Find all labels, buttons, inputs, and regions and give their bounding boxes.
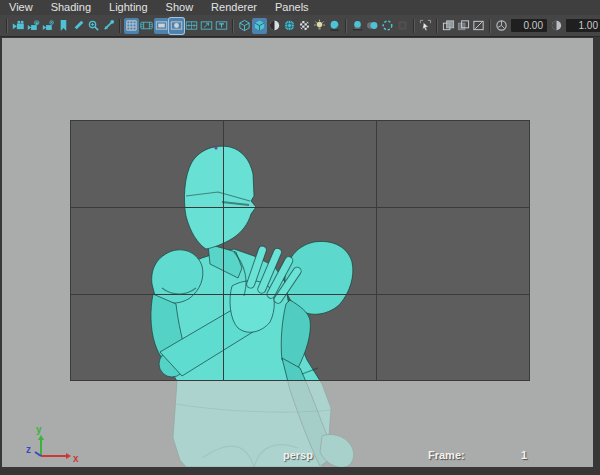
- panzoom-icon: [87, 19, 100, 32]
- toolbar-separator: [413, 19, 415, 33]
- select-camera-button[interactable]: [11, 18, 26, 34]
- ssao-icon: [351, 19, 364, 32]
- menu-shading[interactable]: Shading: [42, 0, 100, 15]
- lock-camera-button[interactable]: [26, 18, 41, 34]
- axis-y-label: y: [36, 424, 42, 435]
- depth-of-field-button: [395, 18, 410, 34]
- gate-mask-top: [2, 38, 593, 120]
- gamma-field[interactable]: 1.00: [566, 19, 600, 32]
- menu-view[interactable]: View: [0, 0, 42, 15]
- use-all-lights-button[interactable]: [312, 18, 327, 34]
- imageplane-icon: [472, 19, 485, 32]
- toolbar-separator: [6, 19, 8, 33]
- menu-lighting[interactable]: Lighting: [100, 0, 157, 15]
- shaded-wireframe-button[interactable]: [282, 18, 297, 34]
- toolbar-separator: [119, 19, 121, 33]
- gate-mask-right: [530, 120, 593, 381]
- halfsphere-icon: [268, 19, 281, 32]
- pencil-icon: [72, 19, 85, 32]
- film-gate-button[interactable]: [139, 18, 154, 34]
- axis-z-label: z: [26, 444, 31, 455]
- motionblur-icon: [366, 19, 379, 32]
- pan-zoom-2d-button[interactable]: [86, 18, 101, 34]
- resolution-gate-border: [70, 120, 530, 381]
- shadowsphere-icon: [328, 19, 341, 32]
- checkersphere-icon: [298, 19, 311, 32]
- xray-icon: [442, 19, 455, 32]
- gamma-button[interactable]: [549, 18, 564, 34]
- safetitle-icon: [215, 19, 228, 32]
- resgate-icon: [155, 19, 168, 32]
- isolate-icon: [419, 19, 432, 32]
- gate-mask-button[interactable]: [169, 18, 184, 34]
- menu-panels[interactable]: Panels: [266, 0, 318, 15]
- toolbar-separator: [436, 19, 438, 33]
- shadedcube-icon: [253, 19, 266, 32]
- exposureicon-icon: [495, 19, 508, 32]
- use-default-material-button[interactable]: [267, 18, 282, 34]
- safe-action-button[interactable]: [199, 18, 214, 34]
- msaa-icon: [381, 19, 394, 32]
- resolution-gate-button[interactable]: [154, 18, 169, 34]
- panel-menubar: View Shading Lighting Show Renderer Pane…: [0, 0, 600, 15]
- camera-tools-button[interactable]: [101, 18, 116, 34]
- toolbar-separator: [489, 19, 491, 33]
- anti-aliasing-button[interactable]: [380, 18, 395, 34]
- wiresphere-icon: [283, 19, 296, 32]
- isolate-select-button[interactable]: [418, 18, 433, 34]
- panel-toolbar: 0.001.00: [0, 15, 600, 37]
- gate-mask-left: [2, 120, 70, 381]
- display-grid-button[interactable]: [124, 18, 139, 34]
- field-chart-button[interactable]: [184, 18, 199, 34]
- safe-title-button[interactable]: [214, 18, 229, 34]
- gammaicon-icon: [550, 19, 563, 32]
- thirds-grid-vline: [376, 120, 377, 381]
- camera-attributes-button[interactable]: [41, 18, 56, 34]
- wireframe-display-button[interactable]: [237, 18, 252, 34]
- gatemask-icon: [170, 19, 183, 32]
- xray-joints-button[interactable]: [456, 18, 471, 34]
- cam-icon: [12, 19, 25, 32]
- shaded-display-button[interactable]: [252, 18, 267, 34]
- axis-orientation-gizmo: y x z: [14, 422, 86, 466]
- shadows-button[interactable]: [327, 18, 342, 34]
- rolltool-icon: [102, 19, 115, 32]
- xray-display-button[interactable]: [441, 18, 456, 34]
- lockcam-icon: [27, 19, 40, 32]
- textured-display-button[interactable]: [297, 18, 312, 34]
- attrcam-icon: [42, 19, 55, 32]
- image-plane-display-button[interactable]: [471, 18, 486, 34]
- filmgate-icon: [140, 19, 153, 32]
- maya-panel-window: View Shading Lighting Show Renderer Pane…: [0, 0, 600, 475]
- thirds-grid-vline: [223, 120, 224, 381]
- thirds-grid-hline: [70, 294, 530, 295]
- frame-label: Frame:: [428, 449, 465, 461]
- safeaction-icon: [200, 19, 213, 32]
- xray2-icon: [457, 19, 470, 32]
- bookmark-icon: [57, 19, 70, 32]
- frame-value: 1: [521, 449, 527, 461]
- camera-name-label: persp: [283, 449, 313, 461]
- wirecube-icon: [238, 19, 251, 32]
- bulb-icon: [313, 19, 326, 32]
- toolbar-separator: [232, 19, 234, 33]
- exposure-field[interactable]: 0.00: [511, 19, 547, 32]
- dof-icon: [396, 19, 409, 32]
- fieldchart-icon: [185, 19, 198, 32]
- exposure-button[interactable]: [494, 18, 509, 34]
- menu-show[interactable]: Show: [157, 0, 203, 15]
- motion-blur-button[interactable]: [365, 18, 380, 34]
- grease-pencil-button[interactable]: [71, 18, 86, 34]
- grid-icon: [125, 19, 138, 32]
- bookmarks-button[interactable]: [56, 18, 71, 34]
- perspective-viewport[interactable]: persp Frame: 1 y x z: [2, 38, 593, 467]
- axis-x-label: x: [73, 453, 79, 464]
- screen-space-ao-button[interactable]: [350, 18, 365, 34]
- menu-renderer[interactable]: Renderer: [202, 0, 266, 15]
- toolbar-separator: [345, 19, 347, 33]
- thirds-grid-hline: [70, 207, 530, 208]
